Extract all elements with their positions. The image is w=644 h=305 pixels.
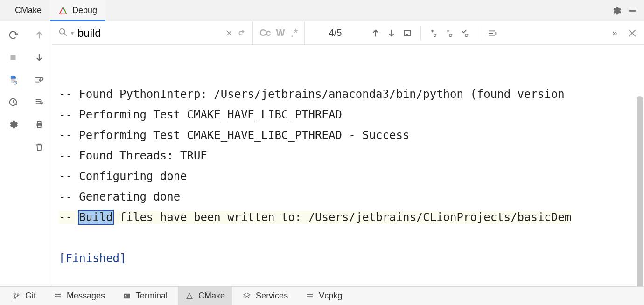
search-history-button[interactable] xyxy=(236,27,249,40)
chevrons-right-icon: » xyxy=(612,28,617,38)
tab-debug-label: Debug xyxy=(72,6,97,15)
toolwindow-label: Terminal xyxy=(136,291,168,301)
console-line: -- Performing Test CMAKE_HAVE_LIBC_PTHRE… xyxy=(59,129,409,142)
list-icon xyxy=(306,292,314,300)
content-pane: ▾ Cc W .* 4/5 xyxy=(52,21,644,286)
soft-wrap-button[interactable] xyxy=(31,72,47,88)
svg-point-10 xyxy=(14,293,15,295)
check-caret-icon xyxy=(461,28,471,38)
toolwindow-label: Git xyxy=(25,291,36,301)
toolwindow-label: Vcpkg xyxy=(319,291,342,301)
cmake-triangle-icon xyxy=(58,6,68,15)
tab-cmake-label: CMake xyxy=(15,6,42,15)
arrow-down-icon xyxy=(386,28,397,38)
svg-rect-0 xyxy=(629,10,636,12)
tool-window-tabs: CMake Debug xyxy=(0,0,644,21)
match-word-toggle[interactable]: W xyxy=(276,28,285,38)
gear-icon xyxy=(611,6,622,16)
search-nav-group xyxy=(365,21,418,44)
match-case-toggle[interactable]: Cc xyxy=(259,28,271,38)
recent-cmake-button[interactable] xyxy=(5,94,21,110)
console-line: -- Generating done xyxy=(59,190,180,203)
reload-icon xyxy=(8,30,18,40)
close-icon xyxy=(627,28,637,38)
remove-caret-button[interactable] xyxy=(442,26,457,41)
search-box: ▾ xyxy=(52,21,253,44)
match-options: Cc W .* xyxy=(253,21,305,44)
tab-cmake[interactable]: CMake xyxy=(7,0,50,21)
services-icon xyxy=(243,292,251,300)
console-finished-marker: [Finished] xyxy=(59,248,642,269)
tool-settings-button[interactable] xyxy=(5,117,21,132)
svg-rect-1 xyxy=(11,55,16,60)
tab-debug[interactable]: Debug xyxy=(50,0,105,21)
select-all-carets-button[interactable] xyxy=(458,26,473,41)
toolwindow-label: Services xyxy=(256,291,288,301)
svg-point-11 xyxy=(14,297,15,299)
minimize-button[interactable] xyxy=(624,3,640,19)
add-caret-button[interactable] xyxy=(427,26,441,41)
minimize-icon xyxy=(627,6,637,16)
toolwindow-label: CMake xyxy=(198,291,225,301)
toolwindow-label: Messages xyxy=(67,291,105,301)
search-match: Build xyxy=(79,211,112,224)
toolwindow-terminal[interactable]: Terminal xyxy=(115,287,175,305)
next-match-button[interactable] xyxy=(384,26,399,41)
svg-point-7 xyxy=(60,29,65,34)
main-area: ▾ Cc W .* 4/5 xyxy=(0,21,644,286)
clear-search-button[interactable] xyxy=(223,27,236,40)
add-caret-icon xyxy=(429,28,439,38)
svg-rect-9 xyxy=(406,34,408,35)
close-icon xyxy=(225,29,233,37)
match-count: 4/5 xyxy=(305,21,365,44)
list-icon xyxy=(54,292,62,300)
terminal-icon xyxy=(123,292,131,300)
cmake-triangle-icon xyxy=(185,292,194,300)
svg-rect-6 xyxy=(37,125,41,128)
regex-toggle[interactable]: .* xyxy=(290,27,298,40)
scroll-up-button[interactable] xyxy=(31,27,47,43)
toolwindow-vcpkg[interactable]: Vcpkg xyxy=(298,287,350,305)
search-options-chevron-icon[interactable]: ▾ xyxy=(71,30,74,36)
print-icon xyxy=(34,119,44,130)
console-line: -- Found PythonInterp: /Users/jetbrains/… xyxy=(59,88,571,101)
toolwindow-cmake[interactable]: CMake xyxy=(178,287,232,305)
arrow-down-icon xyxy=(34,52,44,62)
bottom-tool-bar: Git Messages Terminal CMake Services Vcp… xyxy=(0,286,644,305)
remove-caret-icon xyxy=(445,28,455,38)
toolwindow-services[interactable]: Services xyxy=(235,287,295,305)
left-action-gutter-2 xyxy=(26,21,52,286)
select-all-matches-button[interactable] xyxy=(400,26,415,41)
cmake-file-icon xyxy=(8,75,18,85)
svg-point-12 xyxy=(17,294,19,296)
stop-button[interactable] xyxy=(5,49,21,65)
history-clock-icon xyxy=(8,97,18,107)
scroll-to-end-button[interactable] xyxy=(31,94,47,110)
toolwindow-git[interactable]: Git xyxy=(5,287,43,305)
console-output[interactable]: -- Found PythonInterp: /Users/jetbrains/… xyxy=(52,45,644,286)
vertical-scrollbar-thumb[interactable] xyxy=(637,96,643,286)
git-branch-icon xyxy=(12,292,21,300)
toolwindow-messages[interactable]: Messages xyxy=(46,287,112,305)
open-cmake-cache-button[interactable] xyxy=(5,72,21,88)
console-text: files have been written to: /Users/jetbr… xyxy=(113,211,572,224)
reload-cmake-button[interactable] xyxy=(5,27,21,43)
toolbar-overflow: » xyxy=(603,21,644,44)
filter-button[interactable] xyxy=(485,26,500,41)
filter-lines-icon xyxy=(487,28,497,38)
settings-gear-button[interactable] xyxy=(609,3,624,19)
search-input[interactable] xyxy=(77,27,223,40)
undo-arrow-icon xyxy=(238,28,247,38)
stop-icon xyxy=(8,52,18,62)
svg-rect-8 xyxy=(405,30,411,35)
print-button[interactable] xyxy=(31,117,47,132)
console-text: -- xyxy=(59,211,79,224)
clear-all-button[interactable] xyxy=(31,139,47,155)
close-search-button[interactable] xyxy=(624,25,640,41)
previous-match-button[interactable] xyxy=(368,26,383,41)
trash-icon xyxy=(34,142,44,152)
console-line: -- Performing Test CMAKE_HAVE_LIBC_PTHRE… xyxy=(59,108,342,121)
more-actions-button[interactable]: » xyxy=(607,25,623,41)
scroll-down-button[interactable] xyxy=(31,49,47,65)
search-toolbar: ▾ Cc W .* 4/5 xyxy=(52,21,644,45)
